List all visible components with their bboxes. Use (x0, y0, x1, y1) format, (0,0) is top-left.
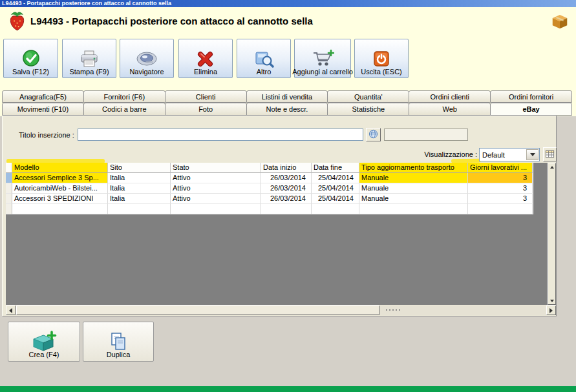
cell-sito: Italia (108, 194, 171, 204)
cell-tipo-aggiornamento: Manuale (359, 194, 468, 204)
duplicate-button[interactable]: Duplica (83, 322, 154, 362)
table-row[interactable]: Accessori Semplice 3 Sp... Italia Attivo… (6, 173, 533, 183)
toolbar: Salva (F12) Stampa (F9) (0, 37, 576, 81)
cell-data-inizio: 26/03/2014 (261, 183, 312, 194)
empty-cell (171, 204, 261, 214)
save-button[interactable]: Salva (F12) (3, 39, 58, 78)
window-titlebar[interactable]: L94493 - Portapacchi posteriore con atta… (0, 0, 576, 7)
vertical-scrollbar[interactable] (548, 163, 556, 305)
empty-cell (12, 204, 108, 214)
table-row[interactable]: AutoricambiWeb - Bilstei... Italia Attiv… (6, 183, 533, 194)
listing-title-input[interactable] (78, 129, 363, 141)
cell-tipo-aggiornamento: Manuale (359, 183, 468, 194)
tab-ebay[interactable]: eBay (490, 103, 572, 116)
listings-table: Modello Sito Stato Data inizio Data fine… (6, 163, 533, 214)
tab-note-e-descr[interactable]: Note e descr. (246, 103, 328, 116)
column-header-tipo-aggiornamento[interactable]: Tipo aggiornamento trasporto (359, 163, 468, 173)
scrollbar-thumb[interactable] (16, 305, 379, 315)
table-header-row: Modello Sito Stato Data inizio Data fine… (6, 163, 533, 173)
print-button[interactable]: Stampa (F9) (62, 39, 116, 78)
cell-stato: Attivo (171, 194, 261, 204)
table-grid-icon (545, 149, 555, 160)
titlebar-text: L94493 - Portapacchi posteriore con atta… (2, 0, 171, 6)
column-header-data-inizio[interactable]: Data inizio (261, 163, 312, 173)
row-selector[interactable] (6, 194, 12, 204)
edit-view-button[interactable] (543, 147, 557, 161)
cell-data-fine: 25/04/2014 (312, 183, 359, 194)
cell-modello: Accessori 3 SPEDIZIONI (12, 194, 108, 204)
delete-button[interactable]: Elimina (178, 39, 233, 78)
more-button[interactable]: Altro (237, 39, 291, 78)
scroll-down-icon[interactable] (548, 297, 555, 304)
empty-cell (261, 204, 312, 214)
cell-sito: Italia (108, 173, 171, 183)
tab-quantita[interactable]: Quantita' (327, 90, 409, 103)
cell-modello: Accessori Semplice 3 Sp... (12, 173, 108, 183)
strawberry-app-icon (8, 11, 26, 32)
toolbar-button-label: Aggiungi al carrello (292, 68, 353, 76)
ebay-panel: Titolo inserzione : Visualizzazione : De… (2, 116, 557, 316)
row-selector[interactable] (6, 183, 12, 194)
scroll-left-icon[interactable] (6, 305, 16, 315)
cell-giorni-lavorativi: 3 (468, 194, 533, 204)
header-bar: L94493 - Portapacchi posteriore con atta… (0, 7, 576, 37)
scrollbar-grip-dots (386, 309, 400, 311)
listings-table-zone: Modello Sito Stato Data inizio Data fine… (6, 163, 548, 305)
row-selector[interactable] (6, 173, 12, 183)
toolbar-button-label: Stampa (F9) (69, 68, 109, 76)
desktop-strip (0, 386, 576, 392)
cell-sito: Italia (108, 183, 171, 194)
scroll-right-icon[interactable] (546, 305, 556, 315)
column-header-stato[interactable]: Stato (171, 163, 261, 173)
toolbar-button-label: Uscita (ESC) (361, 68, 402, 76)
cell-data-inizio: 26/03/2014 (261, 173, 312, 183)
globe-icon (368, 129, 378, 140)
page-title: L94493 - Portapacchi posteriore con atta… (30, 15, 313, 26)
empty-cell (108, 204, 171, 214)
navigator-button[interactable]: Navigatore (120, 39, 174, 78)
add-to-cart-button[interactable]: Aggiungi al carrello (294, 39, 351, 78)
package-box-icon (550, 12, 570, 32)
tabs-row-2: Movimenti (F10) Codici a barre Foto Note… (2, 103, 571, 116)
tab-clienti[interactable]: Clienti (165, 90, 247, 103)
listing-title-label: Titolo inserzione : (19, 131, 74, 139)
exit-button[interactable]: Uscita (ESC) (354, 39, 409, 78)
cell-data-fine: 25/04/2014 (312, 173, 359, 183)
toolbar-button-label: Elimina (194, 68, 217, 76)
cell-data-inizio: 26/03/2014 (261, 194, 312, 204)
view-label: Visualizzazione : (390, 150, 477, 158)
cell-giorni-lavorativi: 3 (468, 173, 533, 183)
view-select-value: Default (480, 151, 526, 159)
empty-cell (359, 204, 468, 214)
footer-button-label: Duplica (107, 351, 131, 358)
create-button[interactable]: Crea (F4) (8, 322, 80, 362)
tab-anagrafica[interactable]: Anagrafica(F5) (2, 90, 84, 103)
horizontal-scrollbar[interactable] (6, 305, 556, 315)
chevron-down-icon[interactable] (526, 149, 539, 160)
view-select[interactable]: Default (479, 148, 540, 161)
tab-web[interactable]: Web (409, 103, 491, 116)
table-row[interactable]: Accessori 3 SPEDIZIONI Italia Attivo 26/… (6, 194, 533, 204)
globe-button[interactable] (366, 128, 381, 141)
column-header-sito[interactable]: Sito (108, 163, 171, 173)
cell-giorni-lavorativi: 3 (468, 183, 533, 194)
toolbar-button-label: Navigatore (129, 68, 164, 76)
tab-fornitori[interactable]: Fornitori (F6) (83, 90, 165, 103)
column-header-data-fine[interactable]: Data fine (312, 163, 359, 173)
tab-ordini-fornitori[interactable]: Ordini fornitori (490, 90, 572, 103)
tab-codici-a-barre[interactable]: Codici a barre (83, 103, 165, 116)
tab-listini-di-vendita[interactable]: Listini di vendita (246, 90, 328, 103)
tab-statistiche[interactable]: Statistiche (327, 103, 409, 116)
row-selector (6, 204, 12, 214)
empty-cell (312, 204, 359, 214)
tab-ordini-clienti[interactable]: Ordini clienti (409, 90, 491, 103)
cell-data-fine: 25/04/2014 (312, 194, 359, 204)
tab-movimenti[interactable]: Movimenti (F10) (2, 103, 84, 116)
scroll-up-icon[interactable] (548, 163, 555, 170)
tabs-row-1: Anagrafica(F5) Fornitori (F6) Clienti Li… (2, 90, 571, 103)
cell-stato: Attivo (171, 183, 261, 194)
column-header-modello[interactable]: Modello (12, 163, 108, 173)
column-header-giorni-lavorativi[interactable]: Giorni lavorativi ... (468, 163, 533, 173)
tab-foto[interactable]: Foto (165, 103, 247, 116)
table-empty-row (6, 204, 533, 214)
